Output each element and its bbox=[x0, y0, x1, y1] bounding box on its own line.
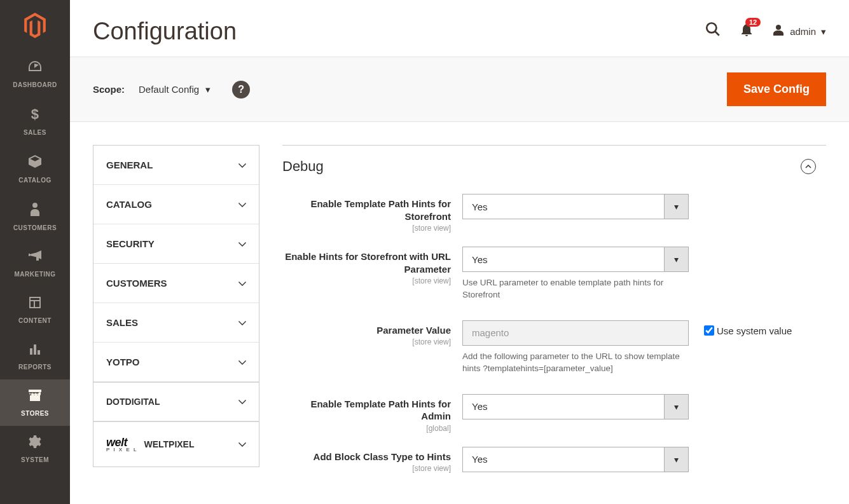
sidebar-label: MARKETING bbox=[14, 271, 55, 278]
field-label: Enable Hints for Storefront with URL Par… bbox=[282, 250, 451, 275]
select-value: Yes bbox=[463, 194, 664, 219]
sidebar-item-system[interactable]: SYSTEM bbox=[0, 426, 70, 472]
config-nav-label: SECURITY bbox=[106, 238, 155, 249]
magento-logo[interactable] bbox=[0, 0, 70, 51]
megaphone-icon bbox=[27, 249, 43, 267]
sidebar-item-marketing[interactable]: MARKETING bbox=[0, 240, 70, 287]
sidebar-label: REPORTS bbox=[18, 364, 52, 371]
config-nav-security[interactable]: SECURITY bbox=[93, 224, 259, 264]
sidebar-item-reports[interactable]: REPORTS bbox=[0, 333, 70, 379]
weltpixel-logo: weltP I X E L bbox=[106, 436, 137, 453]
field-enable-url-param: Enable Hints for Storefront with URL Par… bbox=[282, 247, 826, 301]
config-nav-dotdigital[interactable]: DOTDIGITAL bbox=[93, 382, 259, 421]
sidebar-label: DASHBOARD bbox=[13, 81, 57, 88]
config-nav-label: CUSTOMERS bbox=[106, 278, 167, 289]
field-scope: [store view] bbox=[282, 464, 451, 473]
config-content: GENERAL CATALOG SECURITY CUSTOMERS SALES… bbox=[70, 122, 849, 487]
field-scope: [store view] bbox=[282, 276, 451, 285]
config-nav-label: YOTPO bbox=[106, 357, 140, 367]
input-parameter-value[interactable] bbox=[462, 320, 689, 346]
sidebar-label: CUSTOMERS bbox=[13, 224, 57, 231]
checkbox-use-system-value[interactable] bbox=[704, 325, 714, 336]
checkbox-label: Use system value bbox=[717, 325, 792, 336]
person-icon bbox=[28, 201, 42, 221]
sidebar-item-sales[interactable]: $ SALES bbox=[0, 97, 70, 145]
user-icon bbox=[772, 24, 785, 39]
chevron-down-icon bbox=[238, 161, 246, 170]
scope-bar: Scope: Default Config ▾ ? Save Config bbox=[70, 57, 849, 122]
dashboard-icon bbox=[27, 60, 43, 78]
chevron-down-icon bbox=[238, 318, 246, 327]
help-icon[interactable]: ? bbox=[232, 81, 250, 99]
select-enable-url-param[interactable]: Yes ▾ bbox=[462, 247, 689, 272]
config-main: Debug Enable Template Path Hints for Sto… bbox=[282, 145, 826, 487]
header-actions: 12 admin ▾ bbox=[705, 21, 826, 42]
chevron-down-icon: ▾ bbox=[664, 447, 688, 472]
config-nav-customers[interactable]: CUSTOMERS bbox=[93, 264, 259, 303]
chevron-down-icon: ▾ bbox=[664, 194, 688, 219]
sidebar-item-customers[interactable]: CUSTOMERS bbox=[0, 193, 70, 240]
select-value: Yes bbox=[463, 395, 664, 419]
user-menu[interactable]: admin ▾ bbox=[772, 24, 826, 39]
config-nav-yotpo[interactable]: YOTPO bbox=[93, 343, 259, 382]
config-nav-label: DOTDIGITAL bbox=[106, 397, 160, 407]
sidebar-item-content[interactable]: CONTENT bbox=[0, 287, 70, 333]
field-label: Enable Template Path Hints for Admin bbox=[282, 398, 451, 423]
notification-count: 12 bbox=[745, 18, 761, 27]
chevron-down-icon bbox=[238, 200, 246, 209]
section-header-debug[interactable]: Debug bbox=[282, 146, 826, 194]
config-nav-label: WELTPIXEL bbox=[144, 439, 194, 449]
select-block-class-hints[interactable]: Yes ▾ bbox=[462, 447, 689, 472]
chart-icon bbox=[28, 342, 42, 360]
config-nav-weltpixel[interactable]: weltP I X E L WELTPIXEL bbox=[93, 421, 259, 467]
field-note: Use URL parameter to enable template pat… bbox=[462, 277, 689, 301]
field-scope: [store view] bbox=[282, 224, 451, 233]
field-scope: [store view] bbox=[282, 337, 451, 346]
sidebar: DASHBOARD $ SALES CATALOG CUSTOMERS MARK… bbox=[0, 0, 70, 487]
sidebar-label: SALES bbox=[24, 129, 46, 136]
sidebar-label: STORES bbox=[21, 410, 49, 417]
scope-selector[interactable]: Default Config ▾ bbox=[139, 84, 211, 95]
config-nav-label: SALES bbox=[106, 317, 138, 328]
select-value: Yes bbox=[463, 447, 664, 472]
select-enable-admin-hints[interactable]: Yes ▾ bbox=[462, 394, 689, 419]
field-note: Add the following parameter to the URL t… bbox=[462, 351, 689, 375]
config-nav-label: CATALOG bbox=[106, 199, 152, 210]
main-content: Configuration 12 admin ▾ Scope: Default … bbox=[70, 0, 849, 487]
select-value: Yes bbox=[463, 247, 664, 271]
page-header: Configuration 12 admin ▾ bbox=[70, 0, 849, 57]
config-nav-sales[interactable]: SALES bbox=[93, 303, 259, 343]
chevron-down-icon bbox=[238, 240, 246, 249]
field-block-class-hints: Add Block Class Type to Hints [store vie… bbox=[282, 447, 826, 473]
collapse-icon bbox=[801, 159, 816, 174]
sidebar-item-dashboard[interactable]: DASHBOARD bbox=[0, 51, 70, 97]
select-enable-storefront-hints[interactable]: Yes ▾ bbox=[462, 194, 689, 219]
save-config-button[interactable]: Save Config bbox=[727, 72, 826, 106]
config-nav-catalog[interactable]: CATALOG bbox=[93, 185, 259, 224]
chevron-down-icon: ▾ bbox=[821, 26, 826, 37]
field-scope: [global] bbox=[282, 424, 451, 433]
search-icon[interactable] bbox=[705, 21, 721, 42]
config-nav-label: GENERAL bbox=[106, 160, 153, 170]
chevron-down-icon bbox=[238, 358, 246, 367]
field-label: Enable Template Path Hints for Storefron… bbox=[282, 198, 451, 222]
dollar-icon: $ bbox=[28, 106, 42, 125]
field-enable-admin-hints: Enable Template Path Hints for Admin [gl… bbox=[282, 394, 826, 433]
scope-value: Default Config bbox=[139, 84, 199, 95]
page-title: Configuration bbox=[93, 18, 237, 45]
layout-icon bbox=[28, 296, 42, 313]
chevron-down-icon: ▾ bbox=[664, 395, 688, 419]
field-label: Parameter Value bbox=[282, 324, 451, 337]
chevron-down-icon bbox=[238, 279, 246, 288]
svg-text:$: $ bbox=[31, 106, 39, 121]
field-label: Add Block Class Type to Hints bbox=[282, 451, 451, 463]
notifications-button[interactable]: 12 bbox=[740, 23, 753, 41]
field-parameter-value: Parameter Value [store view] Add the fol… bbox=[282, 320, 826, 375]
section-title: Debug bbox=[282, 158, 324, 175]
sidebar-item-catalog[interactable]: CATALOG bbox=[0, 145, 70, 193]
sidebar-item-stores[interactable]: STORES bbox=[0, 379, 70, 426]
chevron-down-icon bbox=[238, 397, 246, 406]
sidebar-label: CATALOG bbox=[18, 177, 51, 184]
magento-logo-icon bbox=[22, 13, 48, 38]
config-nav-general[interactable]: GENERAL bbox=[93, 146, 259, 185]
